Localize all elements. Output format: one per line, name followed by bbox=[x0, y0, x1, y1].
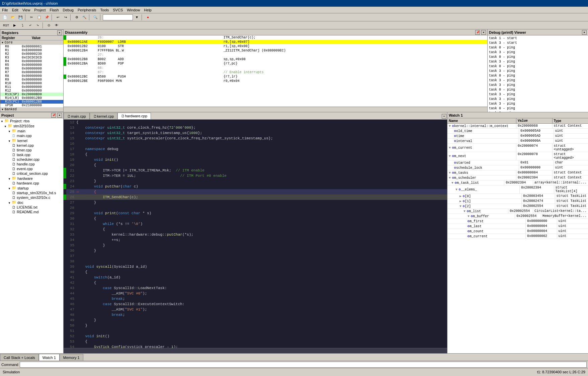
new-btn[interactable]: 📄 bbox=[1, 14, 9, 21]
tree-startup-folder[interactable]: 📁 startup bbox=[0, 185, 63, 191]
watch-row-mbuffer: ▼ ⚙ m_buffer 0x20002554 MemoryBuffer<ker… bbox=[447, 214, 588, 219]
tab-kernel-cpp[interactable]: 🗋 kernel.cpp bbox=[90, 113, 118, 119]
tree-main-folder[interactable]: 📁 main bbox=[0, 128, 63, 133]
tree-project-rtos[interactable]: 📁 Project: rtos bbox=[0, 118, 63, 123]
tree-hardware-cpp[interactable]: 🗋 hardware.cpp bbox=[0, 181, 63, 185]
reg-r11: R110x00000000 bbox=[0, 85, 63, 89]
debug-output-scroll[interactable]: task 1 - start task 3 - start task 0 - p… bbox=[488, 35, 588, 112]
code-line-12: 12 { bbox=[66, 120, 447, 125]
build-btn[interactable]: ⚙ bbox=[73, 14, 80, 21]
tree-task-cpp-label: task.cpp bbox=[17, 153, 30, 157]
tree-kernel-folder[interactable]: 📁 kernel bbox=[0, 138, 63, 143]
watch-expand-elem0[interactable]: ▶ bbox=[459, 194, 463, 198]
menu-edit[interactable]: Edit bbox=[10, 7, 20, 13]
cut-btn[interactable]: ✂ bbox=[28, 14, 35, 21]
project-tree[interactable]: 📁 Project: rtos 📁 stm32f103ze 📁 main 🗋 bbox=[0, 118, 63, 353]
watch-expand-mnext[interactable]: ▼ bbox=[449, 154, 452, 158]
code-scroll[interactable]: 12 { 13 constexpr uint32_t core_clock_fr… bbox=[64, 120, 447, 348]
watch-scroll[interactable]: ▼ ⚙ kernel::internal::m_context 0x200000… bbox=[447, 124, 588, 353]
tree-critical-cpp[interactable]: 🗋 critical_section.cpp bbox=[0, 171, 63, 176]
core-expand[interactable] bbox=[2, 41, 3, 44]
tree-timer-cpp[interactable]: 🗋 timer.cpp bbox=[0, 148, 63, 152]
watch-btn[interactable]: 👁 bbox=[53, 22, 60, 29]
menu-project[interactable]: Project bbox=[32, 7, 48, 13]
tree-main-cpp[interactable]: 🗋 main.cpp bbox=[0, 133, 63, 138]
disassembly-close[interactable]: × bbox=[481, 30, 486, 35]
tab-main-cpp[interactable]: 🗋 main.cpp bbox=[64, 113, 90, 119]
zoom-drop[interactable]: ▼ bbox=[133, 14, 141, 21]
menu-tools[interactable]: Tools bbox=[98, 7, 111, 13]
tab-memory1[interactable]: Memory 1 bbox=[60, 354, 83, 361]
project-close[interactable]: × bbox=[57, 113, 62, 118]
watch-expand-elems[interactable]: ▼ bbox=[455, 188, 459, 192]
tab-hardware-cpp[interactable]: 🗋 hardware.cpp bbox=[117, 113, 151, 119]
tree-doc-folder[interactable]: 📁 doc bbox=[0, 200, 63, 205]
tree-event-cpp[interactable]: 🗋 event.cpp bbox=[0, 166, 63, 171]
disassembly-scrollbar-h[interactable] bbox=[64, 107, 487, 112]
open-btn[interactable]: 📂 bbox=[9, 14, 16, 21]
menu-view[interactable]: View bbox=[20, 7, 32, 13]
tree-readme[interactable]: 🗋 README.md bbox=[0, 210, 63, 214]
code-line-51: 51 bbox=[66, 328, 447, 334]
tree-hardware-folder[interactable]: 📁 hardware bbox=[0, 176, 63, 181]
registers-scroll[interactable]: Core R00x00000061 R10xE0000000 R20x00000… bbox=[0, 40, 63, 112]
debug-printf-close[interactable]: × bbox=[582, 30, 587, 35]
menu-svcs[interactable]: SVCS bbox=[111, 7, 125, 13]
watch-expand-elem2[interactable]: ▼ bbox=[459, 205, 463, 208]
menu-help[interactable]: Help bbox=[142, 7, 154, 13]
project-header: Project 📌 × bbox=[0, 112, 63, 118]
zoom-input[interactable]: 1000000 bbox=[103, 14, 133, 20]
menu-file[interactable]: File bbox=[0, 7, 10, 13]
registers-close[interactable]: × bbox=[57, 30, 62, 35]
menu-flash[interactable]: Flash bbox=[48, 7, 61, 13]
rst-btn[interactable]: RST bbox=[1, 22, 11, 29]
tab-call-stack[interactable]: Call Stack + Locals bbox=[0, 354, 39, 361]
doc-folder-icon: 📁 bbox=[12, 200, 16, 205]
run-btn[interactable]: ● bbox=[144, 14, 152, 21]
rebuild-btn[interactable]: 🔨 bbox=[81, 14, 88, 21]
watch-expand-mlist[interactable]: ▼ bbox=[464, 210, 467, 213]
registers-title: Registers bbox=[2, 31, 18, 35]
stepin-btn[interactable]: ⤶ bbox=[26, 22, 34, 29]
tree-startup-hd[interactable]: 🗋 startup_stm32f10x_hd.s bbox=[0, 191, 63, 195]
watch-expand-mtasks[interactable]: ▼ bbox=[449, 171, 452, 175]
menu-window[interactable]: Window bbox=[125, 7, 142, 13]
paste-btn[interactable]: 📌 bbox=[43, 14, 51, 21]
disassembly-scroll[interactable]: 26: ITM_SendChar(c); 0x080012AE F89D0007… bbox=[64, 35, 487, 107]
tree-stm32f103ze[interactable]: 📁 stm32f103ze bbox=[0, 123, 63, 128]
banked-expand[interactable] bbox=[2, 108, 3, 111]
tree-kernel-cpp[interactable]: 🗋 kernel.cpp bbox=[0, 143, 63, 148]
code-scrollbar-h[interactable] bbox=[64, 348, 447, 353]
step-btn[interactable]: ⤵ bbox=[19, 22, 26, 29]
tab-watch1[interactable]: Watch 1 bbox=[39, 354, 60, 361]
run2-btn[interactable]: ▶ bbox=[11, 22, 18, 29]
code-line-29: 29 void print(const char * s) bbox=[66, 211, 447, 216]
watch-expand-mcurrent[interactable]: ▼ bbox=[449, 146, 452, 150]
project-pin[interactable]: 📌 bbox=[51, 113, 56, 118]
disassembly-pin[interactable]: 📌 bbox=[475, 30, 480, 35]
find-btn[interactable]: 🔍 bbox=[92, 14, 99, 21]
menu-peripherals[interactable]: Peripherals bbox=[76, 7, 98, 13]
tree-system-c[interactable]: 🗋 system_stm32f10x.c bbox=[0, 195, 63, 200]
watch-expand-elem1[interactable]: ▶ bbox=[459, 199, 463, 203]
tree-license[interactable]: 🗋 LICENSE.txt bbox=[0, 205, 63, 210]
bp-btn[interactable]: ⊙ bbox=[45, 22, 53, 29]
copy-btn[interactable]: 📋 bbox=[35, 14, 43, 21]
ind-26-arrow bbox=[64, 195, 66, 200]
command-input[interactable] bbox=[20, 362, 587, 368]
code-editor-panel: 🗋 main.cpp 🗋 kernel.cpp 🗋 hardware.cpp × bbox=[64, 112, 447, 353]
editor-close[interactable]: × bbox=[442, 114, 446, 119]
watch-expand-mscheduler[interactable]: ▼ bbox=[449, 176, 452, 180]
watch-expand-mcontext[interactable]: ▼ bbox=[449, 124, 452, 128]
tree-task-cpp[interactable]: 🗋 task.cpp bbox=[0, 152, 63, 157]
status-left: Simulation bbox=[3, 370, 20, 374]
tree-scheduler-cpp[interactable]: 🗋 scheduler.cpp bbox=[0, 157, 63, 162]
watch-expand-mtasklist[interactable]: ▼ bbox=[451, 181, 455, 185]
undo-btn[interactable]: ↩ bbox=[54, 14, 62, 21]
watch-expand-mbuffer[interactable]: ▼ bbox=[468, 215, 471, 218]
save-btn[interactable]: 💾 bbox=[17, 14, 24, 21]
redo-btn[interactable]: ↪ bbox=[62, 14, 69, 21]
tree-handle-cpp[interactable]: 🗋 handle.cpp bbox=[0, 162, 63, 166]
stepout-btn[interactable]: ⤷ bbox=[34, 22, 41, 29]
menu-debug[interactable]: Debug bbox=[61, 7, 76, 13]
